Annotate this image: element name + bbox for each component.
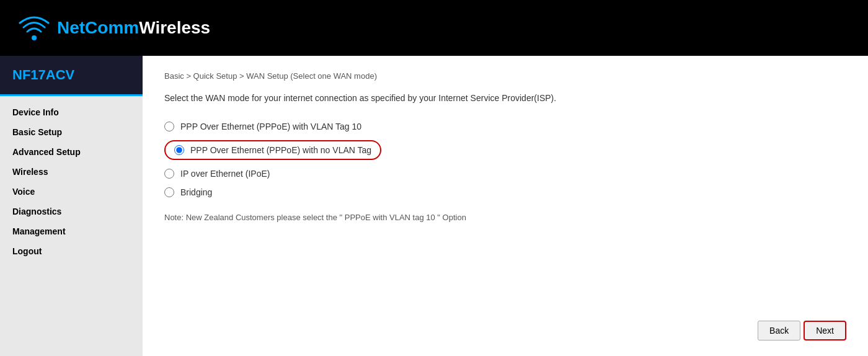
wan-option-pppoe-no-vlan-label: PPP Over Ethernet (PPPoE) with no VLAN T… [190,145,371,155]
sidebar-item-diagnostics[interactable]: Diagnostics [0,202,143,221]
page-description: Select the WAN mode for your internet co… [164,93,846,103]
radio-bridging[interactable] [164,187,174,197]
radio-pppoe-vlan[interactable] [164,122,174,131]
logo-text: NetCommWireless [57,18,210,38]
logo-brand-first: NetComm [57,18,139,37]
device-id: NF17ACV [0,56,143,96]
sidebar-nav: Device Info Basic Setup Advanced Setup W… [0,96,143,267]
radio-pppoe-no-vlan[interactable] [174,145,184,155]
wifi-logo-icon [19,14,50,42]
note-text: Note: New Zealand Customers please selec… [164,213,846,222]
sidebar-item-logout[interactable]: Logout [0,241,143,261]
wan-option-bridging[interactable]: Bridging [164,187,846,197]
sidebar: NF17ACV Device Info Basic Setup Advanced… [0,56,143,356]
wan-option-pppoe-vlan-label: PPP Over Ethernet (PPPoE) with VLAN Tag … [180,122,361,131]
breadcrumb: Basic > Quick Setup > WAN Setup (Select … [164,71,846,81]
wan-option-pppoe-no-vlan[interactable]: PPP Over Ethernet (PPPoE) with no VLAN T… [164,140,381,160]
header: NetCommWireless [0,0,868,56]
svg-point-0 [32,35,37,40]
sidebar-item-advanced-setup[interactable]: Advanced Setup [0,142,143,162]
sidebar-item-voice[interactable]: Voice [0,182,143,202]
sidebar-item-basic-setup[interactable]: Basic Setup [0,122,143,142]
wan-options: PPP Over Ethernet (PPPoE) with VLAN Tag … [164,122,846,197]
radio-ipoe[interactable] [164,169,174,179]
next-button[interactable]: Next [804,321,846,340]
sidebar-item-management[interactable]: Management [0,221,143,241]
sidebar-item-device-info[interactable]: Device Info [0,102,143,122]
logo-brand-second: Wireless [139,18,210,37]
sidebar-item-wireless[interactable]: Wireless [0,162,143,182]
main-layout: NF17ACV Device Info Basic Setup Advanced… [0,56,868,356]
content-area: Basic > Quick Setup > WAN Setup (Select … [143,56,868,356]
back-button[interactable]: Back [758,321,800,340]
wan-option-ipoe-label: IP over Ethernet (IPoE) [180,169,270,179]
wan-option-ipoe[interactable]: IP over Ethernet (IPoE) [164,169,846,179]
wan-option-pppoe-vlan[interactable]: PPP Over Ethernet (PPPoE) with VLAN Tag … [164,122,846,131]
wan-option-bridging-label: Bridging [180,187,212,197]
button-row: Back Next [164,321,846,340]
logo-container: NetCommWireless [19,14,210,42]
